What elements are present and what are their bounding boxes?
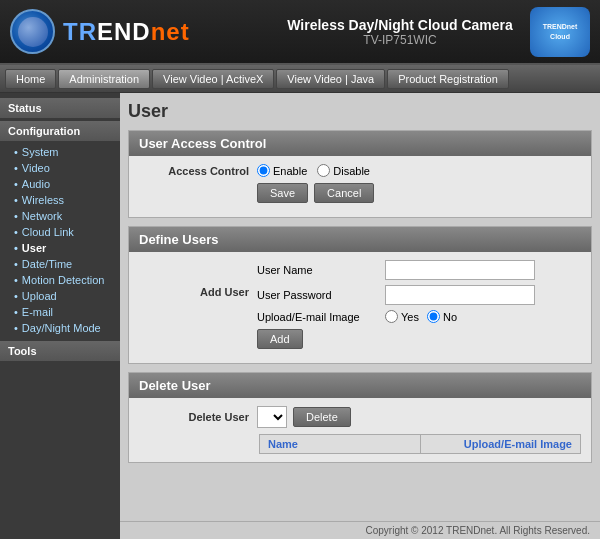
delete-user-row: Delete User Delete [139,406,581,428]
cloud-label: TRENDnetCloud [543,22,578,40]
sidebar-item-motion-detection[interactable]: Motion Detection [0,272,120,288]
yes-radio[interactable] [385,310,398,323]
delete-button[interactable]: Delete [293,407,351,427]
sidebar-item-datetime[interactable]: Date/Time [0,256,120,272]
sidebar-item-wireless[interactable]: Wireless [0,192,120,208]
upload-email-label: Upload/E-mail Image [257,311,377,323]
define-users-header: Define Users [129,227,591,252]
no-radio-label[interactable]: No [427,310,457,323]
password-field-row: User Password [257,285,535,305]
add-button[interactable]: Add [257,329,303,349]
logo-icon [10,9,55,54]
enable-radio-label[interactable]: Enable [257,164,307,177]
copyright-text: Copyright © 2012 TRENDnet. All Rights Re… [365,525,590,536]
yes-label: Yes [401,311,419,323]
password-label: User Password [257,289,377,301]
disable-label: Disable [333,165,370,177]
table-upload-col: Upload/E-mail Image [420,435,581,453]
yes-radio-label[interactable]: Yes [385,310,419,323]
sidebar-item-audio[interactable]: Audio [0,176,120,192]
access-control-buttons-row: Save Cancel [139,183,581,203]
delete-user-dropdown[interactable] [257,406,287,428]
access-control-row: Access Control Enable Disable [139,164,581,177]
access-control-radio-group: Enable Disable [257,164,370,177]
user-access-control-body: Access Control Enable Disable [129,156,591,217]
define-users-section: Define Users Add User User Name User Pas… [128,226,592,364]
define-users-fields: User Name User Password Upload/E-mail Im… [257,260,535,323]
delete-user-label: Delete User [139,411,249,423]
nav-administration[interactable]: Administration [58,69,150,89]
sidebar-item-cloud-link[interactable]: Cloud Link [0,224,120,240]
username-label: User Name [257,264,377,276]
sidebar-section-configuration: Configuration [0,121,120,141]
upload-email-row: Upload/E-mail Image Yes No [257,310,535,323]
page-title: User [128,101,592,122]
navbar: Home Administration View Video | ActiveX… [0,65,600,93]
content-area: User User Access Control Access Control … [120,93,600,539]
disable-radio[interactable] [317,164,330,177]
save-button[interactable]: Save [257,183,308,203]
sidebar: Status Configuration System Video Audio … [0,93,120,539]
header: TRENDnet Wireless Day/Night Cloud Camera… [0,0,600,65]
table-header-row: Name Upload/E-mail Image [259,434,581,454]
sidebar-item-system[interactable]: System [0,144,120,160]
nav-home[interactable]: Home [5,69,56,89]
sidebar-section-tools: Tools [0,341,120,361]
sidebar-section-status: Status [0,98,120,118]
username-input[interactable] [385,260,535,280]
username-field-row: User Name [257,260,535,280]
nav-view-video-java[interactable]: View Video | Java [276,69,385,89]
no-radio[interactable] [427,310,440,323]
logo-text: TRENDnet [63,18,190,46]
access-control-label: Access Control [139,165,249,177]
delete-user-section: Delete User Delete User Delete Name Uplo… [128,372,592,463]
add-button-row: Add [139,329,581,349]
delete-user-header: Delete User [129,373,591,398]
define-users-body: Add User User Name User Password Upload/… [129,252,591,363]
users-table: Name Upload/E-mail Image [259,434,581,454]
cloud-badge: TRENDnetCloud [530,7,590,57]
header-title: Wireless Day/Night Cloud Camera TV-IP751… [270,17,530,47]
sidebar-item-video[interactable]: Video [0,160,120,176]
no-label: No [443,311,457,323]
main-layout: Status Configuration System Video Audio … [0,93,600,539]
delete-user-body: Delete User Delete Name Upload/E-mail Im… [129,398,591,462]
delete-user-controls: Delete [257,406,351,428]
enable-radio[interactable] [257,164,270,177]
device-name: Wireless Day/Night Cloud Camera [270,17,530,33]
footer: Copyright © 2012 TRENDnet. All Rights Re… [120,521,600,539]
cancel-button[interactable]: Cancel [314,183,374,203]
sidebar-item-user[interactable]: User [0,240,120,256]
disable-radio-label[interactable]: Disable [317,164,370,177]
nav-view-video-activex[interactable]: View Video | ActiveX [152,69,274,89]
user-access-control-section: User Access Control Access Control Enabl… [128,130,592,218]
username-row: Add User User Name User Password Upload/… [139,260,581,323]
access-control-buttons: Save Cancel [257,183,374,203]
logo-area: TRENDnet [10,9,270,54]
password-input[interactable] [385,285,535,305]
nav-product-registration[interactable]: Product Registration [387,69,509,89]
sidebar-item-email[interactable]: E-mail [0,304,120,320]
cloud-badge-text: TRENDnetCloud [543,22,578,40]
sidebar-item-network[interactable]: Network [0,208,120,224]
sidebar-item-daynight-mode[interactable]: Day/Night Mode [0,320,120,336]
table-name-col: Name [260,435,420,453]
sidebar-item-upload[interactable]: Upload [0,288,120,304]
add-user-label: Add User [139,286,249,298]
user-access-control-header: User Access Control [129,131,591,156]
device-model: TV-IP751WIC [270,33,530,47]
enable-label: Enable [273,165,307,177]
